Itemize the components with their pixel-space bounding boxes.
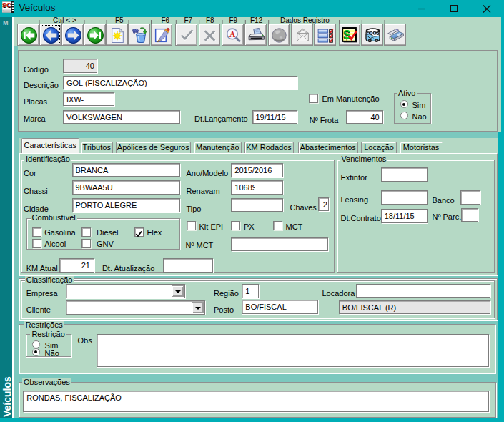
svg-text:SC: SC <box>2 1 11 9</box>
svg-text:$: $ <box>344 29 350 41</box>
svg-text:A: A <box>229 30 236 39</box>
